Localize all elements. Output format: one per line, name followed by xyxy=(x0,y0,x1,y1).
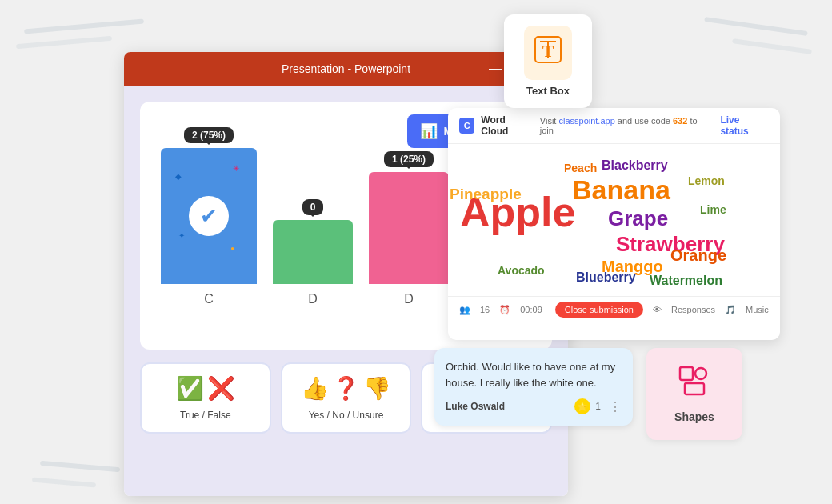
true-false-label: True / False xyxy=(180,410,231,421)
svg-point-5 xyxy=(695,368,706,379)
bar-group-d1: 0 D xyxy=(273,199,353,306)
more-options-button[interactable]: ⋮ xyxy=(609,399,622,414)
bar-group-d2: 1 (25%) D xyxy=(369,151,449,306)
yes-no-label: Yes / No / Unsure xyxy=(309,410,384,421)
ppt-title: Presentation - Powerpoint xyxy=(282,62,410,75)
bar-c-label: 2 (75%) xyxy=(184,127,234,143)
responses-label: Responses xyxy=(671,305,715,314)
wordcloud-panel: C Word Cloud Visit classpoint.app and us… xyxy=(448,108,780,340)
wc-logo: C xyxy=(459,118,474,134)
wc-title: Word Cloud xyxy=(481,114,533,137)
timer-icon: ⏰ xyxy=(499,305,510,315)
bar-d1-bottom: D xyxy=(308,292,318,306)
timer-display: 00:09 xyxy=(520,305,542,314)
true-false-icons: ✅ ❌ xyxy=(176,375,235,402)
bar-d2-label: 1 (25%) xyxy=(384,151,434,167)
decor-dot: ◆ xyxy=(175,172,182,181)
comment-card: Orchid. Would like to have one at my hou… xyxy=(434,348,633,426)
music-label: Music xyxy=(746,305,769,314)
wc-live-status: Live status xyxy=(720,114,769,137)
star-badge: ⭐ xyxy=(574,398,590,414)
bar-d1-label: 0 xyxy=(302,199,324,215)
svg-rect-6 xyxy=(685,383,704,394)
word-watermelon: Watermelon xyxy=(650,274,722,288)
bar-d2-bottom: D xyxy=(404,292,414,306)
wc-code: 632 xyxy=(673,116,687,126)
bar-c: ◆ ✳ ● ✦ ✔ xyxy=(161,148,257,284)
comment-text: Orchid. Would like to have one at my hou… xyxy=(446,359,622,390)
bar-d1-container xyxy=(273,220,353,284)
word-grape: Grape xyxy=(608,206,668,231)
yes-no-card[interactable]: 👍 ❓ 👎 Yes / No / Unsure xyxy=(281,362,412,434)
word-avocado: Avocado xyxy=(498,264,545,277)
close-submission-button[interactable]: Close submission xyxy=(555,302,643,318)
textbox-svg-icon: T xyxy=(534,35,562,64)
bar-d2-container xyxy=(369,172,449,284)
bar-c-bottom: C xyxy=(204,292,214,306)
word-orange: Orange xyxy=(670,246,726,265)
svg-rect-4 xyxy=(680,367,693,380)
textbox-icon: T xyxy=(524,26,572,80)
wc-link[interactable]: classpoint.app xyxy=(558,116,614,126)
wc-visit-text: Visit classpoint.app and use code 632 to… xyxy=(540,116,708,135)
participant-icon: 👥 xyxy=(459,305,470,315)
true-false-card[interactable]: ✅ ❌ True / False xyxy=(140,362,271,434)
shapes-icon xyxy=(678,366,710,404)
comment-footer: Luke Oswald ⭐ 1 ⋮ xyxy=(446,398,622,414)
participant-count: 16 xyxy=(480,305,490,314)
star-count: 1 xyxy=(595,401,601,412)
word-lime: Lime xyxy=(700,203,726,216)
yes-no-icons: 👍 ❓ 👎 xyxy=(301,375,391,402)
decor-dot: ✳ xyxy=(233,164,239,173)
decor-dot: ● xyxy=(230,245,234,252)
comment-user: Luke Oswald xyxy=(446,401,505,412)
word-blackberry: Blackberry xyxy=(602,158,668,173)
word-pineapple: Pineapple xyxy=(450,186,522,203)
word-banana: Banana xyxy=(572,174,670,206)
wc-header: C Word Cloud Visit classpoint.app and us… xyxy=(448,108,780,144)
check-circle: ✔ xyxy=(189,196,229,236)
bar-d1 xyxy=(273,220,353,284)
wc-footer: 👥 16 ⏰ 00:09 Close submission 👁 Response… xyxy=(448,296,780,322)
bar-d2 xyxy=(369,172,449,284)
word-peach: Peach xyxy=(564,162,597,174)
shapes-label: Shapes xyxy=(674,410,714,423)
ppt-titlebar: Presentation - Powerpoint — ⬜ ✕ xyxy=(124,52,568,86)
shapes-card[interactable]: Shapes xyxy=(646,348,742,440)
chart-icon: 📊 xyxy=(420,122,438,140)
word-blueberry: Blueberry xyxy=(576,270,636,285)
word-lemon: Lemon xyxy=(688,174,725,187)
bar-c-container: ◆ ✳ ● ✦ ✔ xyxy=(161,148,257,284)
music-icon: 🎵 xyxy=(725,305,736,315)
decor-dot: ✦ xyxy=(178,231,185,240)
eye-icon: 👁 xyxy=(653,305,662,314)
bar-group-c: 2 (75%) ◆ ✳ ● ✦ ✔ C xyxy=(161,127,257,306)
minimize-button[interactable]: — xyxy=(485,58,506,79)
wc-body: Apple Banana Strawberry Grape Blackberry… xyxy=(448,144,780,296)
textbox-label: Text Box xyxy=(526,85,570,97)
textbox-tooltip: T Text Box xyxy=(504,14,592,108)
